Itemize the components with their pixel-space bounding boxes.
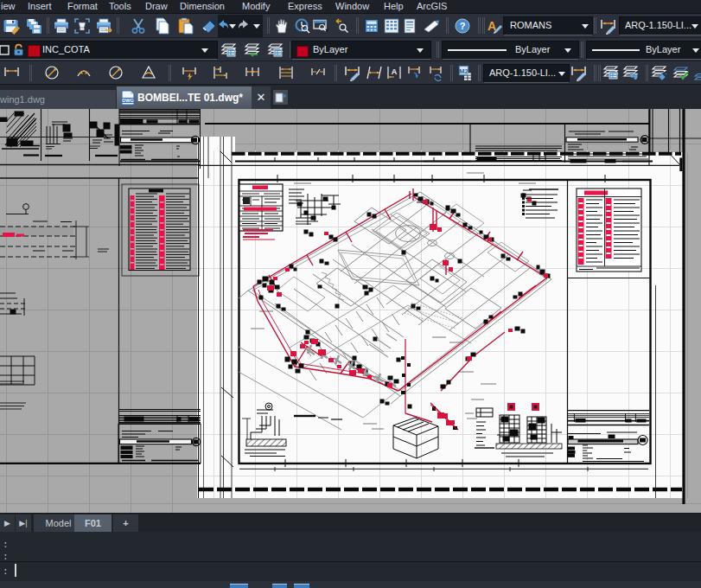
- svg-text:DWG: DWG: [122, 98, 133, 103]
